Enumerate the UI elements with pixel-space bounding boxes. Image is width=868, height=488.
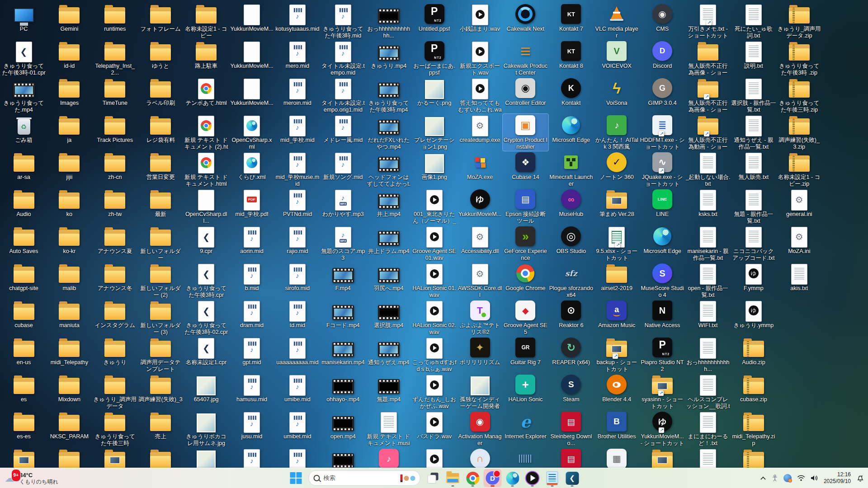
desktop-icon[interactable]: ♪gpt.mid: [229, 336, 275, 373]
desktop-icon[interactable]: 羽尻へ.mp4: [366, 262, 411, 299]
desktop-icon[interactable]: ゆYukkuriMovieM...: [457, 188, 503, 225]
desktop-icon[interactable]: Google Chrome: [503, 262, 548, 299]
desktop-icon[interactable]: sfzPlogue sforzando x64: [548, 262, 594, 299]
desktop-icon[interactable]: ♪MP3無題のスコア.mp3: [320, 225, 366, 262]
desktop-icon[interactable]: 新規 テキスト ドキュメント.html: [184, 151, 229, 188]
weather-widget[interactable]: ☁9+ 34°C くもりのち晴れ: [5, 468, 58, 488]
desktop-icon[interactable]: ≣↗HDDFMT.exe - ショートカット: [640, 114, 685, 151]
desktop-icon[interactable]: こってゅh dすおf d s bふぁ.wav: [411, 336, 457, 373]
desktop-icon[interactable]: Blender 4.4: [594, 373, 640, 410]
discord-button[interactable]: D: [484, 469, 502, 487]
desktop-icon[interactable]: BBrother Utilities: [594, 410, 640, 447]
desktop-icon[interactable]: MoZA.exe: [457, 151, 503, 188]
desktop-icon[interactable]: [503, 447, 548, 468]
desktop-icon[interactable]: 無題.mp4: [366, 373, 411, 410]
task-view-button[interactable]: [424, 469, 442, 487]
desktop-icon[interactable]: プレゼンテーション1.png: [411, 114, 457, 151]
desktop-icon[interactable]: ◉Controller Editor: [503, 77, 548, 114]
desktop-icon[interactable]: ↗無人販売不正行為動画 - ショートカット: [685, 114, 731, 151]
desktop-icon[interactable]: ▤: [548, 447, 594, 468]
desktop-icon[interactable]: ⚙AWSSDK.Core.dll: [457, 262, 503, 299]
desktop-icon[interactable]: 死にたい_ゅ歌詞.txt: [731, 3, 776, 40]
desktop-icon[interactable]: cubase.zip: [731, 373, 776, 410]
desktop-icon[interactable]: TimeTune: [92, 77, 138, 114]
desktop-icon[interactable]: PNT2Untitled.ppsf: [411, 3, 457, 40]
desktop-icon[interactable]: open.mp4: [320, 410, 366, 447]
desktop-icon[interactable]: ↗無人販売不正行為画像 - ショートカット: [685, 77, 731, 114]
desktop-icon[interactable]: YukkuriMovieM...: [229, 40, 275, 77]
desktop-icon[interactable]: ▦: [594, 447, 640, 468]
desktop-icon[interactable]: 65407.jpg: [184, 373, 229, 410]
desktop-icon[interactable]: DDiscord: [640, 40, 685, 77]
desktop-icon[interactable]: en-us: [1, 336, 47, 373]
edge-button[interactable]: [504, 469, 522, 487]
desktop-icon[interactable]: Microsoft Edge: [548, 114, 594, 151]
desktop-icon[interactable]: Track Pictures: [92, 114, 138, 151]
desktop-icon[interactable]: 名称未設定1 - コピー: [184, 3, 229, 40]
desktop-icon[interactable]: ❖Cubase 14: [503, 151, 548, 188]
desktop-icon[interactable]: [184, 447, 229, 468]
desktop-icon[interactable]: Cakewalk Next: [503, 3, 548, 40]
desktop-icon[interactable]: chatgpt-site: [1, 262, 47, 299]
desktop-icon[interactable]: 新しいフォルダー (2): [138, 262, 184, 299]
desktop-icon[interactable]: ◉Activation Manager: [457, 410, 503, 447]
desktop-icon[interactable]: ⚙general.ini: [776, 188, 822, 225]
desktop-icon[interactable]: [731, 447, 776, 468]
desktop-icon[interactable]: 調声練習(失敗)_3.zip: [776, 114, 822, 151]
desktop-icon[interactable]: ♪: [366, 447, 411, 468]
desktop-icon[interactable]: ♪新規ソング.mid: [320, 151, 366, 188]
desktop-icon[interactable]: 新しいフォルダー: [138, 225, 184, 262]
desktop-icon[interactable]: VVOICEVOX: [594, 40, 640, 77]
desktop-icon[interactable]: VLC media player: [594, 3, 640, 40]
desktop-icon[interactable]: ♪: [229, 447, 275, 468]
desktop-icon[interactable]: 選択肢.mp4: [366, 299, 411, 336]
desktop-icon[interactable]: 新規 テキスト ドキュメント (2).html: [184, 114, 229, 151]
desktop-icon[interactable]: ずんだもん_しおかぜふ.wav: [411, 373, 457, 410]
desktop-icon[interactable]: NKSC_PARAM: [47, 410, 92, 447]
desktop-icon[interactable]: [1, 447, 47, 468]
notepad-button[interactable]: [543, 469, 561, 487]
desktop-icon[interactable]: maniuta: [47, 299, 92, 336]
desktop-icon[interactable]: ko-kr: [47, 225, 92, 262]
desktop-icon[interactable]: ニコニコバックアップコード.txt: [731, 225, 776, 262]
desktop-icon[interactable]: LINELINE: [640, 188, 685, 225]
desktop-icon[interactable]: Mixdown: [47, 373, 92, 410]
desktop-icon[interactable]: ♪jusu.mid: [229, 410, 275, 447]
desktop-icon[interactable]: GGIMP 3.0.4: [640, 77, 685, 114]
desktop-icon[interactable]: ♪uaaaaaaaaa.mid: [274, 336, 320, 373]
desktop-icon[interactable]: 説明.txt: [731, 40, 776, 77]
desktop-icon[interactable]: jijii: [47, 151, 92, 188]
desktop-icon[interactable]: ⚙Accessibility.dll: [457, 225, 503, 262]
desktop-icon[interactable]: airset2-2019: [594, 262, 640, 299]
desktop-icon[interactable]: KTKontakt 7: [548, 3, 594, 40]
desktop-icon[interactable]: ♪メドレー風.mid: [320, 114, 366, 151]
desktop-icon[interactable]: ♪: [274, 447, 320, 468]
desktop-icon[interactable]: midi_Telepathy: [47, 336, 92, 373]
file-explorer-button[interactable]: [444, 469, 462, 487]
desktop-icon[interactable]: ↗syasinn - ショートカット: [640, 373, 685, 410]
desktop-icon[interactable]: [138, 447, 184, 468]
hidden-icons-chevron[interactable]: [760, 476, 766, 480]
desktop-icon[interactable]: ↗9.5.xlsx - ショートカット: [594, 225, 640, 262]
desktop-icon[interactable]: ♪umibet.mid: [274, 410, 320, 447]
desktop-icon[interactable]: OpenCvSharp.xml: [229, 114, 275, 151]
desktop-icon[interactable]: Tぷよぷよ™テトリス®2: [457, 299, 503, 336]
desktop-icon[interactable]: 001_東北きりたん（ノーマル）_今じゃ...: [411, 188, 457, 225]
desktop-icon[interactable]: aAmazon Music: [594, 299, 640, 336]
desktop-icon[interactable]: きゅうり_調声用データ: [92, 373, 138, 410]
desktop-icon[interactable]: 孤独なインディーゲーム開発者の一生 ...: [457, 373, 503, 410]
desktop-icon[interactable]: ♻ごみ箱: [1, 114, 47, 151]
desktop-icon[interactable]: ♪hamusu.mid: [229, 373, 275, 410]
desktop-icon[interactable]: Audio.zip: [731, 336, 776, 373]
desktop-icon[interactable]: zh-cn: [92, 151, 138, 188]
desktop-icon[interactable]: OpenCvSharp.dll...: [184, 188, 229, 225]
accessibility-tray-icon[interactable]: [772, 474, 778, 482]
desktop-icon[interactable]: ◆Groove Agent SE 5: [503, 299, 548, 336]
app-sphere-tray-icon[interactable]: [783, 474, 792, 482]
desktop-icon[interactable]: runtimes: [92, 3, 138, 40]
desktop-icon[interactable]: ↗backup - ショートカット: [594, 336, 640, 373]
desktop-icon[interactable]: ⚙MoZA.ini: [776, 225, 822, 262]
desktop-icon[interactable]: まにまにわーるど！.txt: [685, 410, 731, 447]
desktop-icon[interactable]: 答え知っててもむずいわこれ.wav: [457, 77, 503, 114]
desktop-icon[interactable]: 選択肢 - 親作品一覧.txt: [731, 77, 776, 114]
